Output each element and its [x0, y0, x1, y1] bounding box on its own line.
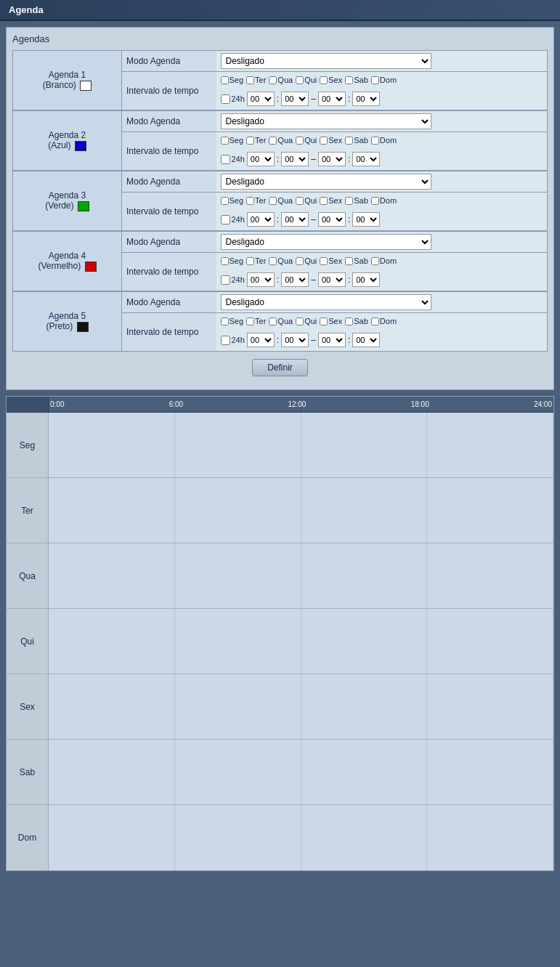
agenda-5-sex-check[interactable]	[320, 317, 328, 325]
agenda-5-sab-label[interactable]: Sab	[345, 317, 368, 325]
agenda-2-sab-check[interactable]	[345, 137, 353, 145]
agenda-5-seg-check[interactable]	[221, 317, 229, 325]
agenda-4-sab-label[interactable]: Sab	[345, 256, 368, 265]
agenda-2-qua-label[interactable]: Qua	[269, 136, 293, 145]
agenda-5-time-h1[interactable]: 00	[247, 333, 275, 347]
agenda-3-seg-label[interactable]: Seg	[221, 196, 244, 205]
agenda-2-24h-check[interactable]	[221, 155, 230, 164]
agenda-3-sex-label[interactable]: Sex	[320, 196, 342, 205]
agenda-4-time-h2[interactable]: 00	[318, 272, 346, 287]
agenda-1-qui-check[interactable]	[296, 76, 304, 84]
agenda-5-qua-label[interactable]: Qua	[269, 317, 293, 325]
agenda-1-24h-check[interactable]	[221, 94, 230, 104]
agenda-3-ter-check[interactable]	[246, 197, 254, 205]
agenda-2-sex-check[interactable]	[320, 137, 328, 145]
agenda-5-sab-check[interactable]	[345, 317, 353, 325]
agenda-1-qua-label[interactable]: Qua	[269, 76, 293, 84]
agenda-1-qua-check[interactable]	[269, 76, 277, 84]
agenda-3-time-m1[interactable]: 00	[281, 212, 309, 227]
agenda-3-qua-check[interactable]	[269, 197, 277, 205]
agenda-5-time-m1[interactable]: 00	[281, 333, 309, 347]
agenda-2-ter-label[interactable]: Ter	[246, 136, 266, 145]
agenda-4-qui-label[interactable]: Qui	[296, 256, 317, 265]
agenda-4-seg-label[interactable]: Seg	[221, 256, 244, 265]
agenda-4-time-m2[interactable]: 00	[352, 272, 380, 287]
agenda-2-seg-check[interactable]	[221, 137, 229, 145]
agenda-2-time-m2[interactable]: 00	[352, 152, 380, 166]
agenda-5-qui-check[interactable]	[296, 317, 304, 325]
agenda-2-qua-check[interactable]	[269, 137, 277, 145]
agenda-4-mode-select[interactable]: DesligadoLigadoManual	[221, 234, 431, 250]
agenda-1-mode-select[interactable]: DesligadoLigadoManual	[221, 53, 431, 69]
agenda-2-dom-label[interactable]: Dom	[371, 136, 397, 145]
agenda-1-dom-label[interactable]: Dom	[371, 76, 397, 84]
agenda-5-seg-label[interactable]: Seg	[221, 317, 244, 325]
agenda-5-ter-label[interactable]: Ter	[246, 317, 266, 325]
agenda-2-qui-check[interactable]	[296, 137, 304, 145]
agenda-3-sab-check[interactable]	[345, 197, 353, 205]
agenda-1-time-h1[interactable]: 00	[247, 92, 275, 106]
agenda-3-sex-check[interactable]	[320, 197, 328, 205]
agenda-2-sab-label[interactable]: Sab	[345, 136, 368, 145]
agenda-5-qui-label[interactable]: Qui	[296, 317, 317, 325]
agenda-1-seg-label[interactable]: Seg	[221, 76, 244, 84]
agenda-5-dom-label[interactable]: Dom	[371, 317, 397, 325]
agenda-1-24h-label[interactable]: 24h	[221, 94, 245, 104]
agenda-4-time-m1[interactable]: 00	[281, 272, 309, 287]
agenda-4-time-h1[interactable]: 00	[247, 272, 275, 287]
agenda-2-24h-label[interactable]: 24h	[221, 155, 245, 164]
agenda-2-qui-label[interactable]: Qui	[296, 136, 317, 145]
agenda-1-sab-label[interactable]: Sab	[345, 76, 368, 84]
agenda-1-sex-check[interactable]	[320, 76, 328, 84]
agenda-1-time-m2[interactable]: 00	[352, 92, 380, 106]
agenda-1-time-h2[interactable]: 00	[318, 92, 346, 106]
agenda-3-qui-check[interactable]	[296, 197, 304, 205]
agenda-5-ter-check[interactable]	[246, 317, 254, 325]
agenda-4-ter-check[interactable]	[246, 257, 254, 265]
agenda-1-ter-check[interactable]	[246, 76, 254, 84]
agenda-3-dom-label[interactable]: Dom	[371, 196, 397, 205]
agenda-3-sab-label[interactable]: Sab	[345, 196, 368, 205]
agenda-3-time-h1[interactable]: 00	[247, 212, 275, 227]
agenda-1-ter-label[interactable]: Ter	[246, 76, 266, 84]
agenda-3-time-m2[interactable]: 00	[352, 212, 380, 227]
agenda-4-24h-label[interactable]: 24h	[221, 275, 245, 285]
agenda-5-24h-label[interactable]: 24h	[221, 336, 245, 345]
agenda-2-seg-label[interactable]: Seg	[221, 136, 244, 145]
agenda-4-qua-check[interactable]	[269, 257, 277, 265]
agenda-5-time-m2[interactable]: 00	[352, 333, 380, 347]
agenda-4-qui-check[interactable]	[296, 257, 304, 265]
agenda-3-dom-check[interactable]	[371, 197, 379, 205]
agenda-2-mode-select[interactable]: DesligadoLigadoManual	[221, 113, 431, 129]
agenda-5-24h-check[interactable]	[221, 336, 230, 345]
agenda-3-ter-label[interactable]: Ter	[246, 196, 266, 205]
agenda-2-time-h2[interactable]: 00	[318, 152, 346, 166]
agenda-5-time-h2[interactable]: 00	[318, 333, 346, 347]
agenda-2-sex-label[interactable]: Sex	[320, 136, 342, 145]
agenda-4-sex-check[interactable]	[320, 257, 328, 265]
agenda-4-24h-check[interactable]	[221, 275, 230, 285]
agenda-1-time-m1[interactable]: 00	[281, 92, 309, 106]
agenda-4-dom-label[interactable]: Dom	[371, 256, 397, 265]
agenda-1-qui-label[interactable]: Qui	[296, 76, 317, 84]
agenda-5-sex-label[interactable]: Sex	[320, 317, 342, 325]
agenda-2-ter-check[interactable]	[246, 137, 254, 145]
agenda-4-sex-label[interactable]: Sex	[320, 256, 342, 265]
agenda-3-24h-check[interactable]	[221, 215, 230, 224]
agenda-2-time-h1[interactable]: 00	[247, 152, 275, 166]
agenda-4-ter-label[interactable]: Ter	[246, 256, 266, 265]
agenda-3-time-h2[interactable]: 00	[318, 212, 346, 227]
agenda-5-mode-select[interactable]: DesligadoLigadoManual	[221, 294, 431, 310]
agenda-4-qua-label[interactable]: Qua	[269, 256, 293, 265]
agenda-1-sex-label[interactable]: Sex	[320, 76, 342, 84]
agenda-4-dom-check[interactable]	[371, 257, 379, 265]
definir-button[interactable]: Definir	[252, 359, 308, 376]
agenda-4-seg-check[interactable]	[221, 257, 229, 265]
agenda-3-mode-select[interactable]: DesligadoLigadoManual	[221, 174, 431, 190]
agenda-1-seg-check[interactable]	[221, 76, 229, 84]
agenda-3-24h-label[interactable]: 24h	[221, 215, 245, 224]
agenda-3-qua-label[interactable]: Qua	[269, 196, 293, 205]
agenda-5-qua-check[interactable]	[269, 317, 277, 325]
agenda-2-time-m1[interactable]: 00	[281, 152, 309, 166]
agenda-1-sab-check[interactable]	[345, 76, 353, 84]
